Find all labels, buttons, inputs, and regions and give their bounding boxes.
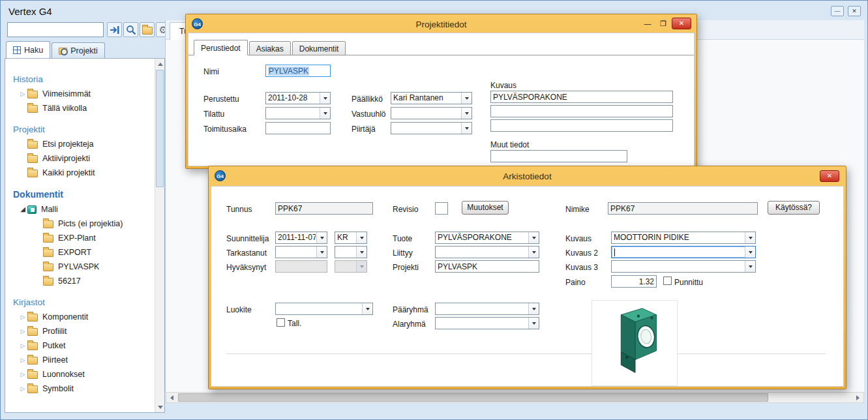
tilattu-combo[interactable] <box>265 107 331 119</box>
tuote-combo[interactable]: PYLVÄSPORAKONE <box>435 232 539 244</box>
tree-item-picts[interactable]: Picts (ei projektia) <box>5 217 154 231</box>
punnittu-checkbox[interactable] <box>663 277 672 285</box>
horizontal-scrollbar[interactable] <box>166 392 864 403</box>
toimitusaika-field[interactable] <box>265 122 331 134</box>
scrollbar-thumb[interactable] <box>178 393 768 402</box>
revisio-field[interactable] <box>435 202 448 215</box>
search-input[interactable] <box>7 22 104 37</box>
tunnus-field[interactable]: PPK67 <box>275 202 373 215</box>
kuvaus-field-2[interactable] <box>490 105 673 117</box>
tree-item-kaikki-projektit[interactable]: Kaikki projektit <box>5 166 154 180</box>
scroll-left-icon[interactable] <box>166 393 177 402</box>
open-folder-button[interactable] <box>140 22 155 37</box>
search-go-button[interactable] <box>107 22 122 37</box>
tab-dokumentit[interactable]: Dokumentit <box>292 41 346 55</box>
chevron-right-icon[interactable]: ▷ <box>18 310 27 324</box>
kaytossa-button[interactable]: Käytössä? <box>768 201 820 215</box>
perustettu-combo[interactable]: 2011-10-28 <box>265 92 331 104</box>
chevron-down-icon[interactable] <box>362 303 372 314</box>
scrollbar-thumb[interactable] <box>156 70 164 187</box>
chevron-down-icon[interactable] <box>528 318 539 329</box>
vastuuhlo-combo[interactable] <box>391 107 472 119</box>
scroll-down-icon[interactable] <box>155 402 165 412</box>
chevron-right-icon[interactable]: ▷ <box>18 353 27 367</box>
window-minimize-icon[interactable]: — <box>831 6 844 16</box>
chevron-down-icon[interactable] <box>528 247 539 258</box>
chevron-down-icon[interactable] <box>320 108 330 119</box>
chevron-right-icon[interactable]: ▷ <box>18 382 27 396</box>
nimi-field[interactable]: PYLVASPK <box>265 65 331 77</box>
chevron-down-icon[interactable] <box>356 232 367 243</box>
tree-item-exp-plant[interactable]: EXP-Plant <box>5 231 154 245</box>
window-close-icon[interactable]: ✕ <box>848 6 861 16</box>
chevron-expanded-icon[interactable]: ◢ <box>18 202 27 217</box>
tab-haku[interactable]: Haku <box>6 41 50 59</box>
chevron-right-icon[interactable]: ▷ <box>18 324 27 338</box>
tab-projekti[interactable]: Projekti <box>52 42 105 59</box>
tree-item-pylvaspk[interactable]: PYLVASPK <box>5 260 154 274</box>
tree-section-historia[interactable]: Historia <box>13 74 154 84</box>
chevron-right-icon[interactable]: ▷ <box>18 338 27 353</box>
tree-item-aktiiviprojekti[interactable]: Aktiiviprojekti <box>5 151 154 166</box>
scroll-up-icon[interactable] <box>155 59 165 69</box>
chevron-down-icon[interactable] <box>356 247 367 258</box>
tree-item-malli[interactable]: ◢ Malli <box>5 202 154 217</box>
chevron-down-icon[interactable] <box>320 93 330 104</box>
kuvaus2-combo[interactable] <box>611 246 756 258</box>
sidebar-scrollbar[interactable] <box>155 59 164 412</box>
tree-item-viimeisimmat[interactable]: ▷ Viimeisimmät <box>5 87 154 101</box>
kuvaus3-combo[interactable] <box>611 260 756 273</box>
tree-item-putket[interactable]: ▷ Putket <box>5 338 154 353</box>
scroll-right-icon[interactable] <box>852 393 863 402</box>
chevron-right-icon[interactable]: ▷ <box>18 367 27 382</box>
tarkastanut-initials-combo[interactable] <box>335 246 367 258</box>
tab-perustiedot[interactable]: Perustiedot <box>194 40 248 55</box>
chevron-down-icon[interactable] <box>745 261 755 272</box>
chevron-down-icon[interactable] <box>528 232 539 243</box>
tree-item-export[interactable]: EXPORT <box>5 245 154 260</box>
tab-asiakas[interactable]: Asiakas <box>249 41 291 55</box>
tree-section-projektit[interactable]: Projektit <box>13 125 154 134</box>
paaryhma-combo[interactable] <box>435 303 539 315</box>
tree-item-etsi-projekteja[interactable]: Etsi projekteja <box>5 137 154 151</box>
project-close-button[interactable]: ✕ <box>672 18 691 29</box>
search-magnifier-button[interactable] <box>123 22 138 37</box>
tree-item-talla-viikolla[interactable]: Tällä viikolla <box>5 101 154 115</box>
chevron-down-icon[interactable] <box>316 232 327 243</box>
tarkastanut-date-combo[interactable] <box>275 246 327 258</box>
chevron-down-icon[interactable] <box>528 303 539 314</box>
tree-item-profiilit[interactable]: ▷ Profiilit <box>5 324 154 338</box>
project-minimize-button[interactable]: — <box>642 19 653 28</box>
piirtaja-combo[interactable] <box>391 122 472 134</box>
kuvaus-combo[interactable]: MOOTTORIN PIDIKE <box>611 232 756 244</box>
tree-section-kirjastot[interactable]: Kirjastot <box>13 297 154 307</box>
projekti-field[interactable]: PYLVASPK <box>435 260 539 273</box>
alaryhma-combo[interactable] <box>435 317 539 329</box>
chevron-down-icon[interactable] <box>745 247 755 258</box>
chevron-down-icon[interactable] <box>461 123 471 134</box>
project-maximize-button[interactable]: ❐ <box>657 19 669 28</box>
suunnittelija-date-combo[interactable]: 2011-11-07 <box>275 232 327 244</box>
paino-field[interactable]: 1.32 <box>611 275 657 288</box>
tree-item-komponentit[interactable]: ▷ Komponentit <box>5 310 154 324</box>
chevron-down-icon[interactable] <box>461 108 471 119</box>
chevron-down-icon[interactable] <box>461 93 471 104</box>
kuvaus-field-3[interactable] <box>490 119 673 132</box>
tall-checkbox[interactable] <box>277 318 285 327</box>
tree-section-dokumentit[interactable]: Dokumentit <box>13 189 154 200</box>
luokite-combo[interactable] <box>275 303 373 315</box>
muut-tiedot-field[interactable] <box>490 150 627 162</box>
suunnittelija-initials-combo[interactable]: KR <box>335 232 367 244</box>
nimike-field[interactable]: PPK67 <box>608 202 758 215</box>
chevron-down-icon[interactable] <box>745 232 755 243</box>
liittyy-combo[interactable] <box>435 246 539 258</box>
tree-item-piirteet[interactable]: ▷ Piirteet <box>5 353 154 367</box>
archive-close-button[interactable]: ✕ <box>820 170 839 182</box>
tree-item-luonnokset[interactable]: ▷ Luonnokset <box>5 367 154 382</box>
paallikko-combo[interactable]: Kari Rantanen <box>391 92 472 104</box>
tree-item-56217[interactable]: 56217 <box>5 274 154 288</box>
muutokset-button[interactable]: Muutokset <box>462 201 509 215</box>
chevron-down-icon[interactable] <box>316 247 327 258</box>
chevron-right-icon[interactable]: ▷ <box>18 87 27 101</box>
kuvaus-field-1[interactable]: PYLVÄSPORAKONE <box>490 91 673 103</box>
